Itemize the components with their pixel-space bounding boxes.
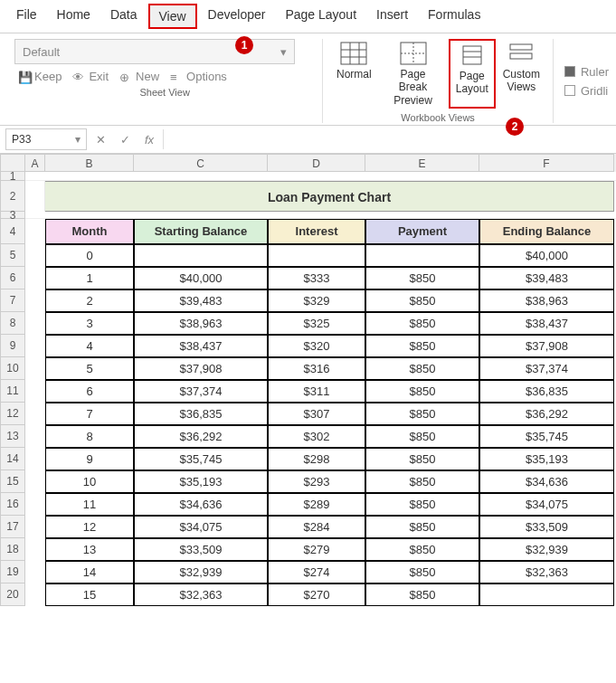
header-interest[interactable]: Interest [268, 219, 365, 244]
cell-F15[interactable]: $34,636 [479, 470, 614, 493]
cell-B15[interactable]: 10 [45, 470, 134, 493]
cell-F12[interactable]: $36,292 [479, 403, 614, 425]
cell-A9[interactable] [25, 335, 45, 357]
cell-C10[interactable]: $37,908 [134, 357, 268, 380]
row-header-7[interactable]: 7 [0, 289, 25, 312]
cell-F8[interactable]: $38,437 [479, 312, 614, 335]
view-custom-views[interactable]: CustomViews [498, 39, 545, 109]
cell-B9[interactable]: 4 [45, 335, 134, 357]
cell-B8[interactable]: 3 [45, 312, 134, 335]
cell-D19[interactable]: $274 [268, 561, 365, 583]
cell-F20[interactable] [479, 583, 614, 606]
cell-E12[interactable]: $850 [365, 403, 479, 425]
row-header-17[interactable]: 17 [0, 516, 25, 538]
cell-F19[interactable]: $32,363 [479, 561, 614, 583]
cell-B17[interactable]: 12 [45, 516, 134, 538]
row-header-3[interactable]: 3 [0, 212, 25, 219]
cell-F11[interactable]: $36,835 [479, 380, 614, 403]
cell-C14[interactable]: $35,745 [134, 448, 268, 470]
cell-blank[interactable] [25, 212, 616, 219]
cell-C8[interactable]: $38,963 [134, 312, 268, 335]
row-header-20[interactable]: 20 [0, 583, 25, 606]
cell-A12[interactable] [25, 403, 45, 425]
cell-A6[interactable] [25, 267, 45, 289]
cell-E5[interactable] [365, 244, 479, 267]
cell-C16[interactable]: $34,636 [134, 493, 268, 516]
col-header-B[interactable]: B [45, 154, 134, 172]
cancel-formula-icon[interactable]: ✕ [90, 133, 111, 147]
header-payment[interactable]: Payment [365, 219, 479, 244]
cell-E16[interactable]: $850 [365, 493, 479, 516]
row-header-10[interactable]: 10 [0, 357, 25, 380]
row-header-16[interactable]: 16 [0, 493, 25, 516]
cell-B11[interactable]: 6 [45, 380, 134, 403]
cell-D6[interactable]: $333 [268, 267, 365, 289]
cell-B6[interactable]: 1 [45, 267, 134, 289]
cell-E8[interactable]: $850 [365, 312, 479, 335]
row-header-11[interactable]: 11 [0, 380, 25, 403]
cell-C13[interactable]: $36,292 [134, 425, 268, 448]
view-page-break-preview[interactable]: Page BreakPreview [379, 39, 446, 109]
cell-A18[interactable] [25, 538, 45, 561]
cell-F6[interactable]: $39,483 [479, 267, 614, 289]
cell-C11[interactable]: $37,374 [134, 380, 268, 403]
tab-insert[interactable]: Insert [367, 4, 417, 29]
cell-A19[interactable] [25, 561, 45, 583]
cell-E17[interactable]: $850 [365, 516, 479, 538]
row-header-1[interactable]: 1 [0, 172, 25, 181]
tab-developer[interactable]: Developer [199, 4, 275, 29]
cell-A11[interactable] [25, 380, 45, 403]
col-header-F[interactable]: F [479, 154, 614, 172]
cell-E6[interactable]: $850 [365, 267, 479, 289]
formula-input[interactable] [163, 129, 611, 149]
cell-D20[interactable]: $270 [268, 583, 365, 606]
cell-D16[interactable]: $289 [268, 493, 365, 516]
cell-B16[interactable]: 11 [45, 493, 134, 516]
cell-A14[interactable] [25, 448, 45, 470]
cell-C9[interactable]: $38,437 [134, 335, 268, 357]
cell-E13[interactable]: $850 [365, 425, 479, 448]
cell-C17[interactable]: $34,075 [134, 516, 268, 538]
cell-F17[interactable]: $33,509 [479, 516, 614, 538]
cell-B13[interactable]: 8 [45, 425, 134, 448]
view-normal[interactable]: Normal [330, 39, 377, 109]
cell-C15[interactable]: $35,193 [134, 470, 268, 493]
cell-F13[interactable]: $35,745 [479, 425, 614, 448]
row-header-12[interactable]: 12 [0, 403, 25, 425]
header-starting-balance[interactable]: Starting Balance [134, 219, 268, 244]
cell-E15[interactable]: $850 [365, 470, 479, 493]
cell-E18[interactable]: $850 [365, 538, 479, 561]
cell-blank[interactable] [25, 172, 616, 181]
cell-D17[interactable]: $284 [268, 516, 365, 538]
cell-B18[interactable]: 13 [45, 538, 134, 561]
row-header-9[interactable]: 9 [0, 335, 25, 357]
header-month[interactable]: Month [45, 219, 134, 244]
cell-A20[interactable] [25, 583, 45, 606]
tab-home[interactable]: Home [48, 4, 100, 29]
cell-D8[interactable]: $325 [268, 312, 365, 335]
cell-A10[interactable] [25, 357, 45, 380]
cell-D12[interactable]: $307 [268, 403, 365, 425]
cell-A13[interactable] [25, 425, 45, 448]
cell-D9[interactable]: $320 [268, 335, 365, 357]
cell-B5[interactable]: 0 [45, 244, 134, 267]
cell-F16[interactable]: $34,075 [479, 493, 614, 516]
row-header-19[interactable]: 19 [0, 561, 25, 583]
cell-C20[interactable]: $32,363 [134, 583, 268, 606]
cell-D14[interactable]: $298 [268, 448, 365, 470]
cell-F14[interactable]: $35,193 [479, 448, 614, 470]
cell-F18[interactable]: $32,939 [479, 538, 614, 561]
row-header-4[interactable]: 4 [0, 219, 25, 244]
cell-B19[interactable]: 14 [45, 561, 134, 583]
cell-D5[interactable] [268, 244, 365, 267]
cell-A5[interactable] [25, 244, 45, 267]
cell-E9[interactable]: $850 [365, 335, 479, 357]
cell-D18[interactable]: $279 [268, 538, 365, 561]
cell-A2[interactable] [25, 181, 45, 212]
cell-B10[interactable]: 5 [45, 357, 134, 380]
col-header-C[interactable]: C [134, 154, 268, 172]
col-header-E[interactable]: E [365, 154, 479, 172]
cell-A7[interactable] [25, 289, 45, 312]
ruler-checkbox-row[interactable]: Ruler [564, 65, 609, 79]
cell-B7[interactable]: 2 [45, 289, 134, 312]
